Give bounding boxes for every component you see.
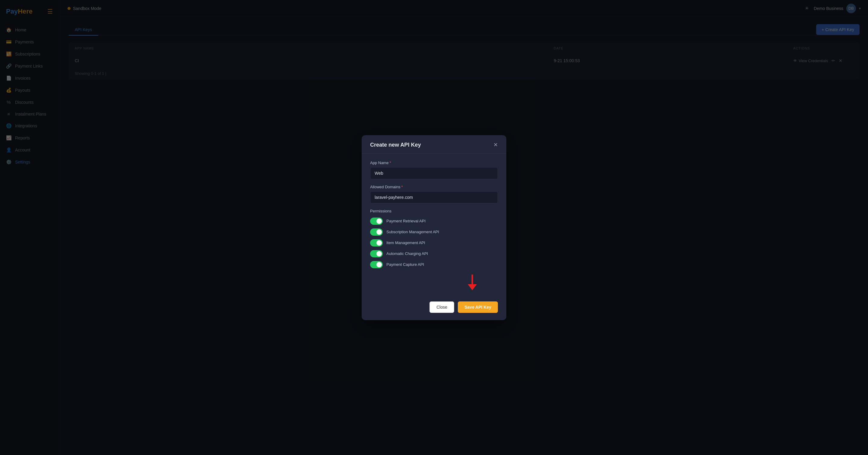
permission-subscription-management: Subscription Management API [370, 228, 498, 236]
permission-payment-retrieval: Payment Retrieval API [370, 218, 498, 225]
modal-footer: Close Save API Key [362, 302, 506, 320]
permission-item-management-label: Item Management API [386, 240, 425, 245]
permission-automatic-charging: Automatic Charging API [370, 250, 498, 257]
red-arrow-icon [465, 274, 480, 292]
modal-header: Create new API Key ✕ [362, 135, 506, 154]
modal-body: App Name * Allowed Domains * Permissions… [362, 154, 506, 302]
save-api-key-button[interactable]: Save API Key [458, 302, 498, 313]
app-name-input[interactable] [370, 167, 498, 179]
permissions-label: Permissions [370, 209, 498, 213]
permission-subscription-management-label: Subscription Management API [386, 230, 439, 234]
allowed-domains-group: Allowed Domains * [370, 184, 498, 203]
toggle-payment-retrieval[interactable] [370, 218, 383, 225]
app-name-label: App Name * [370, 161, 498, 165]
close-modal-button[interactable]: Close [430, 302, 454, 313]
allowed-domains-input[interactable] [370, 191, 498, 203]
permission-payment-retrieval-label: Payment Retrieval API [386, 219, 426, 223]
modal-close-button[interactable]: ✕ [493, 142, 498, 147]
toggle-payment-capture[interactable] [370, 261, 383, 268]
toggle-subscription-management[interactable] [370, 228, 383, 236]
svg-marker-1 [468, 284, 477, 290]
permissions-group: Permissions Payment Retrieval API Subscr… [370, 209, 498, 268]
allowed-domains-label: Allowed Domains * [370, 184, 498, 189]
app-name-group: App Name * [370, 161, 498, 179]
toggle-item-management[interactable] [370, 239, 383, 247]
modal-title: Create new API Key [370, 142, 421, 148]
create-api-key-modal: Create new API Key ✕ App Name * Allowed … [362, 135, 506, 320]
required-star: * [390, 161, 391, 165]
permission-payment-capture-label: Payment Capture API [386, 262, 424, 267]
permission-automatic-charging-label: Automatic Charging API [386, 251, 428, 256]
toggle-automatic-charging[interactable] [370, 250, 383, 257]
permission-item-management: Item Management API [370, 239, 498, 247]
required-star-2: * [401, 184, 403, 189]
modal-overlay: Create new API Key ✕ App Name * Allowed … [0, 0, 868, 455]
permission-payment-capture: Payment Capture API [370, 261, 498, 268]
arrow-indicator [370, 274, 498, 292]
